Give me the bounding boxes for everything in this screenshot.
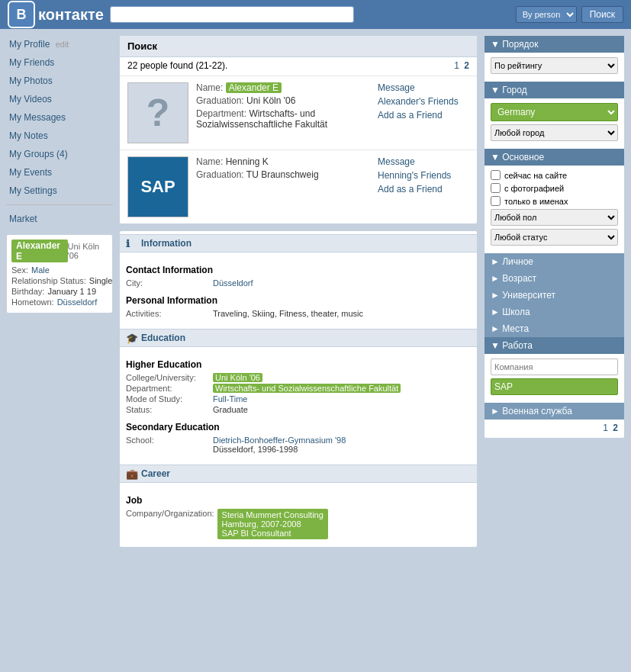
names-checkbox-row: только в именах (491, 196, 618, 206)
sidebar-item-my-settings[interactable]: My Settings (6, 182, 113, 200)
result-name-row-2: Name: Henning K (196, 156, 370, 167)
online-checkbox[interactable] (491, 170, 501, 180)
filter-footer: 1 2 (485, 420, 624, 438)
page-link-1-bottom[interactable]: 1 (603, 423, 608, 433)
filter-poryadok-body: По рейтингу (485, 53, 624, 82)
career-icon: 💼 (126, 468, 137, 479)
country-select[interactable]: Germany (491, 103, 618, 121)
filter-osnovnoe-header[interactable]: ▼ Основное (485, 149, 624, 166)
status-row: Status: Graduate (126, 405, 471, 414)
main-layout: My Profile edit My Friends My Photos My … (0, 29, 631, 554)
information-title: Information (141, 238, 192, 249)
city-select[interactable]: Любой город (491, 124, 618, 141)
profile-uni: Uni Köln '06 (68, 242, 108, 260)
sidebar-item-my-groups[interactable]: My Groups (4) (6, 145, 113, 163)
career-section-header: 💼 Career (120, 465, 477, 483)
filter-mesta-title: ► Места (491, 323, 529, 334)
sidebar-item-my-photos[interactable]: My Photos (6, 72, 113, 90)
result-info-2: Name: Henning K Graduation: TU Braunschw… (196, 156, 370, 217)
page-link-2-top[interactable]: 2 (464, 60, 469, 71)
filter-osnovnoe-body: сейчас на сайте с фотографией только в и… (485, 166, 624, 253)
message-link-2[interactable]: Message (378, 156, 469, 167)
photo-checkbox[interactable] (491, 183, 501, 193)
sap-input[interactable] (491, 378, 618, 395)
result-grad-1: Uni Köln '06 (246, 95, 295, 106)
result-info-1: Name: Alexander E Graduation: Uni Köln '… (196, 82, 370, 143)
filter-university-header[interactable]: ► Университет (485, 287, 624, 304)
company-input[interactable] (491, 359, 618, 375)
sidebar-item-market[interactable]: Market (6, 210, 113, 228)
friends-link-1[interactable]: Alexander's Friends (378, 96, 469, 107)
page-link-2-bottom[interactable]: 2 (613, 423, 618, 433)
nav-list: My Profile edit My Friends My Photos My … (6, 35, 113, 228)
sidebar-item-my-friends[interactable]: My Friends (6, 53, 113, 72)
center-column: Поиск 22 people found (21-22). 1 2 ? Nam… (119, 35, 478, 548)
result-avatar-2: SAP (127, 156, 188, 217)
result-avatar-1: ? (127, 82, 188, 143)
filter-vozrast-header[interactable]: ► Возраст (485, 270, 624, 287)
header: В контакте By person Поиск (0, 0, 631, 29)
education-body: Higher Education College/University: Uni… (120, 347, 477, 461)
activities-row: Activities: Traveling, Skiing, Fitness, … (126, 309, 471, 318)
filter-poryadok-header[interactable]: ▼ Порядок (485, 36, 624, 53)
contact-info-title: Contact Information (126, 265, 471, 275)
friends-link-2[interactable]: Henning's Friends (378, 170, 469, 181)
search-button[interactable]: Поиск (581, 6, 623, 23)
by-person-select[interactable]: By person (516, 6, 577, 23)
filter-mesta-header[interactable]: ► Места (485, 320, 624, 337)
add-friend-link-2[interactable]: Add as a Friend (378, 184, 469, 195)
gender-select[interactable]: Любой пол (491, 209, 618, 226)
poryadok-select[interactable]: По рейтингу (491, 57, 618, 74)
search-results-box: Поиск 22 people found (21-22). 1 2 ? Nam… (119, 35, 478, 224)
personal-info-title: Personal Information (126, 295, 471, 306)
filter-university-title: ► Университет (491, 290, 555, 301)
filter-rabota-title: ▼ Работа (491, 340, 533, 351)
edit-link[interactable]: edit (56, 40, 69, 49)
avatar-question-icon: ? (146, 91, 170, 135)
activities-value: Traveling, Skiing, Fitness, theater, mus… (213, 309, 363, 318)
sap-logo-icon: SAP (128, 157, 188, 217)
filter-rabota-header[interactable]: ▼ Работа (485, 337, 624, 354)
filter-shkola-title: ► Школа (491, 307, 530, 317)
search-input[interactable] (110, 6, 354, 23)
logo-text: контакте (38, 6, 104, 24)
information-icon: ℹ (126, 238, 137, 249)
logo[interactable]: В контакте (8, 1, 104, 28)
profile-field-hometown: Hometown: Düsseldorf (11, 297, 108, 307)
profile-birthday-value: January 1 19 (47, 287, 96, 296)
add-friend-link-1[interactable]: Add as a Friend (378, 110, 469, 121)
search-results-meta: 22 people found (21-22). 1 2 (120, 57, 477, 76)
status-select[interactable]: Любой статус (491, 229, 618, 246)
header-controls: By person Поиск (516, 6, 623, 23)
mode-value: Full-Time (213, 394, 247, 404)
profile-name-bar: Alexander E Uni Köln '06 (11, 240, 108, 262)
city-row: City: Düsseldorf (126, 278, 471, 288)
company-row: Company/Organization: Steria Mummert Con… (126, 509, 471, 539)
city-value: Düsseldorf (213, 278, 253, 288)
filter-military-header[interactable]: ► Военная служба (485, 403, 624, 420)
education-section-header: 🎓 Education (120, 329, 477, 347)
photo-label: с фотографией (504, 184, 564, 193)
department-value: Wirtschafts- und Sozialwissenschaftliche… (213, 384, 401, 393)
filter-shkola-header[interactable]: ► Школа (485, 304, 624, 320)
sidebar-item-my-events[interactable]: My Events (6, 163, 113, 182)
names-checkbox[interactable] (491, 196, 501, 206)
filter-lichnoe-header[interactable]: ► Личное (485, 253, 624, 270)
sidebar-item-my-videos[interactable]: My Videos (6, 90, 113, 108)
company-value: Steria Mummert ConsultingHamburg, 2007-2… (217, 509, 328, 539)
filter-poryadok-title: ▼ Порядок (491, 39, 538, 50)
filter-gorod-title: ▼ Город (491, 85, 527, 95)
sidebar: My Profile edit My Friends My Photos My … (6, 35, 113, 313)
profile-sex-value: Male (31, 265, 50, 275)
page-link-1[interactable]: 1 (454, 60, 459, 71)
sidebar-item-my-messages[interactable]: My Messages (6, 108, 113, 127)
message-link-1[interactable]: Message (378, 82, 469, 93)
department-row: Department: Wirtschafts- und Sozialwisse… (126, 384, 471, 393)
filter-vozrast-title: ► Возраст (491, 273, 536, 284)
sidebar-item-my-notes[interactable]: My Notes (6, 127, 113, 145)
filter-gorod-header[interactable]: ▼ Город (485, 82, 624, 98)
secondary-education-title: Secondary Education (126, 422, 471, 432)
profile-status-value: Single (89, 276, 113, 285)
sidebar-item-my-profile[interactable]: My Profile edit (6, 35, 113, 53)
filter-gorod-body: Germany Любой город (485, 98, 624, 149)
